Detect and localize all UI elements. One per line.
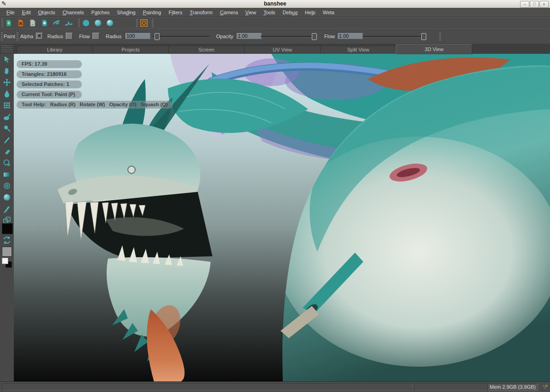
swap-colors[interactable] <box>2 236 11 245</box>
radius-field[interactable] <box>125 32 150 39</box>
tab-3d-view[interactable]: 3D View <box>396 44 472 54</box>
paint-through-icon[interactable] <box>52 19 61 27</box>
palette-handle[interactable] <box>1 45 13 53</box>
view-tab-bar: Library Projects Screen UV View Split Vi… <box>0 44 550 54</box>
shaded-sphere-icon[interactable] <box>94 19 102 27</box>
menu-view[interactable]: View <box>241 8 260 17</box>
projection-icon[interactable] <box>140 19 148 27</box>
eraser-tool[interactable] <box>2 147 11 156</box>
toolbar-handle[interactable] <box>1 19 3 28</box>
status-bar: Mem 2.9GB (3.9GB) <box>0 381 550 392</box>
window-title: banshee <box>0 0 550 7</box>
menu-bar: File Edit Objects Channels Patches Shadi… <box>0 8 550 17</box>
menu-transform[interactable]: Transform <box>186 8 216 17</box>
hud-current-tool: Current Tool: Paint (P) <box>17 91 82 98</box>
menu-channels[interactable]: Channels <box>59 8 88 17</box>
menu-objects[interactable]: Objects <box>34 8 59 17</box>
menu-painting[interactable]: Painting <box>139 8 165 17</box>
menu-file[interactable]: File <box>3 8 18 17</box>
move-tool[interactable] <box>2 78 11 87</box>
banshee-eye <box>128 166 135 173</box>
new-project-icon[interactable] <box>5 19 13 27</box>
flow-toggle-label: Flow <box>79 34 90 39</box>
paint-option-bar: Paint Alpha Radius Flow Radius Opacity F… <box>0 29 550 45</box>
toolbar-handle[interactable] <box>17 32 18 41</box>
spline-icon[interactable] <box>64 19 73 27</box>
menu-tools[interactable]: Tools <box>260 8 279 17</box>
menu-debug[interactable]: Debug <box>279 8 301 17</box>
hud-selected-patches: Selected Patches: 1 <box>17 81 82 88</box>
toolbar-handle[interactable] <box>78 19 80 28</box>
tab-split-view[interactable]: Split View <box>320 46 396 54</box>
slider-handle[interactable] <box>155 33 160 40</box>
flow-slider[interactable] <box>363 33 426 40</box>
menu-filters[interactable]: Filters <box>165 8 186 17</box>
sphere-tool[interactable] <box>2 193 11 202</box>
mesh-tool[interactable] <box>2 101 11 110</box>
radius-label: Radius <box>106 34 121 39</box>
status-segment <box>414 383 494 391</box>
smear-tool[interactable] <box>2 112 11 121</box>
menu-weta[interactable]: Weta <box>319 8 338 17</box>
menu-shading[interactable]: Shading <box>113 8 139 17</box>
alpha-label: Alpha <box>20 34 33 39</box>
minimize-button[interactable]: – <box>520 1 529 8</box>
application-window: { "window": { "title": "banshee", "app_i… <box>0 0 550 392</box>
memory-usage: Mem 2.9GB (3.9GB) <box>487 383 538 391</box>
menu-help[interactable]: Help <box>301 8 319 17</box>
flow-field[interactable] <box>337 32 363 39</box>
background-color-swatch[interactable] <box>2 247 12 257</box>
status-segment <box>2 383 413 391</box>
hud-triangles: Triangles: 2180916 <box>17 70 82 78</box>
tab-screen[interactable]: Screen <box>168 46 245 54</box>
activity-dots-icon <box>542 384 548 390</box>
fg-mini-swatch <box>2 258 8 264</box>
opacity-slider[interactable] <box>261 33 317 40</box>
tab-projects[interactable]: Projects <box>92 46 169 54</box>
radius-checkbox[interactable] <box>66 33 73 40</box>
toolbar-handle[interactable] <box>136 19 138 28</box>
pencil-tool[interactable] <box>2 135 11 144</box>
flow-label: Flow <box>324 34 335 39</box>
main-toolbar <box>0 17 550 29</box>
brush-tool[interactable] <box>2 204 11 213</box>
toolbar-handle[interactable] <box>439 32 441 41</box>
slider-groove <box>363 36 426 37</box>
tab-uv-view[interactable]: UV View <box>244 46 321 54</box>
slider-handle[interactable] <box>312 33 317 40</box>
textured-sphere-icon[interactable] <box>106 19 114 27</box>
menu-camera[interactable]: Camera <box>216 8 241 17</box>
hud-fps: FPS: 17.39 <box>17 60 82 68</box>
pin-tool[interactable] <box>2 124 11 133</box>
pan-tool[interactable] <box>2 66 11 75</box>
radius-slider[interactable] <box>153 33 210 40</box>
foreground-color-swatch[interactable] <box>2 223 13 234</box>
gradient-tool[interactable] <box>2 170 11 179</box>
flat-sphere-icon[interactable] <box>82 19 90 27</box>
close-button[interactable]: × <box>539 1 549 8</box>
3d-viewport-canvas[interactable]: FPS: 17.39 Triangles: 2180916 Selected P… <box>14 54 550 382</box>
select-tool[interactable] <box>2 55 11 64</box>
title-bar[interactable]: ✎ banshee – □ × <box>0 0 550 8</box>
save-project-icon[interactable] <box>29 19 37 27</box>
paint-drop-tool[interactable] <box>2 89 11 98</box>
fg-bg-mini-swatches[interactable] <box>2 258 12 268</box>
ring-tool[interactable] <box>2 181 11 190</box>
toolbar-handle[interactable] <box>1 32 3 41</box>
close-project-icon[interactable] <box>17 19 25 27</box>
slider-groove <box>261 36 317 37</box>
opacity-field[interactable] <box>236 32 262 39</box>
slider-handle[interactable] <box>421 33 426 40</box>
maximize-button[interactable]: □ <box>530 1 539 8</box>
menu-patches[interactable]: Patches <box>88 8 114 17</box>
alpha-checkbox[interactable] <box>36 33 43 40</box>
toolbar-handle[interactable] <box>152 19 154 28</box>
current-tool-label: Paint <box>4 34 15 39</box>
tool-palette <box>0 54 14 382</box>
import-icon[interactable] <box>40 19 49 27</box>
menu-edit[interactable]: Edit <box>18 8 34 17</box>
circle-select-tool[interactable] <box>2 158 11 167</box>
flow-checkbox[interactable] <box>92 33 99 40</box>
tab-library[interactable]: Library <box>17 46 93 54</box>
radius-toggle-label: Radius <box>47 34 63 39</box>
